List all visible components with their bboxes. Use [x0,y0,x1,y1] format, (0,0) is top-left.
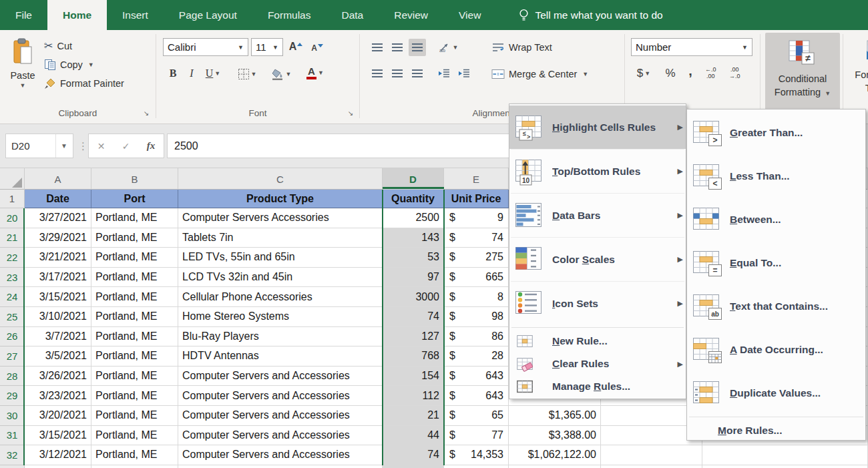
cell-B26[interactable]: Portland, ME [91,327,178,347]
cell-D28[interactable]: 154 [383,367,444,387]
clipboard-dialog-launcher[interactable]: ↘ [142,108,151,118]
row-header-24[interactable]: 24 [0,287,25,307]
tab-home[interactable]: Home [47,0,107,30]
cell-D31[interactable]: 44 [383,426,444,446]
menu-item-greater-than[interactable]: >Greater Than... [687,111,865,154]
menu-item-equal-to[interactable]: =Equal To... [687,241,865,284]
menu-item-manage-rules[interactable]: Manage Rules... [509,375,686,398]
cell-E30[interactable]: $65 [444,406,509,426]
row-header-21[interactable]: 21 [0,228,25,248]
cell-G32[interactable] [601,445,702,465]
row-header-32[interactable]: 32 [0,445,25,465]
column-header-C[interactable]: C [178,168,383,190]
cell-E1[interactable]: Unit Price [444,190,509,208]
enter-icon[interactable]: ✓ [122,141,130,152]
cell-C23[interactable]: LCD TVs 32in and 45in [178,268,383,288]
font-color-button[interactable]: A ▼ [302,64,329,81]
menu-item-text-that-contains[interactable]: abText that Contains... [687,284,865,328]
cell-C29[interactable]: Computer Servers and Accessories [178,386,383,406]
comma-style-button[interactable]: , [682,62,699,79]
tab-page-layout[interactable]: Page Layout [164,0,252,30]
copy-button[interactable]: Copy ▼ [44,57,94,73]
row-header-33[interactable] [0,465,25,468]
cell-D21[interactable]: 143 [383,228,444,248]
font-name-combo[interactable]: Calibri▼ [163,38,248,56]
menu-item-between[interactable]: Between... [687,198,865,241]
cell-C33[interactable] [178,465,383,468]
cell-C25[interactable]: Home Stereo Systems [178,307,383,327]
cell-C20[interactable]: Computer Servers Accessories [178,208,383,228]
cell-A26[interactable]: 3/7/2021 [25,327,91,347]
cell-E29[interactable]: $643 [444,386,509,406]
italic-button[interactable]: I [183,65,200,82]
increase-decimal-button[interactable]: ←.0.00 [703,64,718,83]
cell-C26[interactable]: Blu-Ray Players [178,327,383,347]
cell-A29[interactable]: 3/23/2021 [25,386,91,406]
row-header-23[interactable]: 23 [0,268,25,288]
top-align-button[interactable] [369,39,386,56]
menu-item-clear-rules[interactable]: Clear Rules▶ [509,353,686,375]
menu-item-a-date-occurring[interactable]: A Date Occurring... [687,328,865,371]
row-header-20[interactable]: 20 [0,208,25,228]
cell-B28[interactable]: Portland, ME [91,367,178,387]
cell-E27[interactable]: $28 [444,346,509,367]
accounting-format-button[interactable]: $▼ [631,65,656,82]
formula-bar-resize-handle[interactable]: ⋮ [78,134,87,158]
cell-D1[interactable]: Quantity [383,190,444,208]
borders-button[interactable]: ▼ [234,65,260,83]
increase-font-size-button[interactable]: A [287,38,304,55]
decrease-font-size-button[interactable]: A [308,39,326,57]
merge-center-button[interactable]: Merge & Center ▼ [491,66,588,82]
cell-E25[interactable]: $98 [444,307,509,327]
cell-C32[interactable]: Computer Servers and Accessories [178,445,383,465]
cell-E22[interactable]: $275 [444,248,509,268]
cell-F32[interactable]: $1,062,122.00 [509,445,601,465]
cell-B32[interactable]: Portland, ME [91,445,178,465]
row-header-27[interactable]: 27 [0,346,25,367]
cut-button[interactable]: ✂ Cut [44,38,72,54]
cell-C24[interactable]: Cellular Phone Accessories [178,287,383,307]
decrease-indent-button[interactable] [435,65,453,82]
cell-B29[interactable]: Portland, ME [91,386,178,406]
menu-item-less-than[interactable]: <Less Than... [687,154,865,198]
cell-D32[interactable]: 74 [383,445,444,465]
decrease-decimal-button[interactable]: .00→.0 [727,64,742,83]
cell-E32[interactable]: $14,353 [444,445,509,465]
cell-D30[interactable]: 21 [383,406,444,426]
cell-A33[interactable] [25,465,91,468]
menu-item-top-bottom-rules[interactable]: 10Top/Bottom Rules▶ [509,150,686,193]
cell-C30[interactable]: Computer Servers and Accessories [178,406,383,426]
cancel-icon[interactable]: ✕ [97,141,105,152]
cell-E21[interactable]: $74 [444,228,509,248]
menu-item-data-bars[interactable]: Data Bars▶ [509,194,686,237]
insert-function-icon[interactable]: fx [147,140,156,152]
cell-F30[interactable]: $1,365.00 [509,406,601,426]
cell-D27[interactable]: 768 [383,346,444,367]
row-header-25[interactable]: 25 [0,307,25,327]
menu-item-color-scales[interactable]: Color Scales▶ [509,238,686,281]
cell-A24[interactable]: 3/15/2021 [25,287,91,307]
bottom-align-button[interactable] [409,39,426,56]
cell-A21[interactable]: 3/29/2021 [25,228,91,248]
name-box[interactable]: D20 ▼ [5,134,73,158]
cell-C1[interactable]: Product Type [178,190,383,208]
align-left-button[interactable] [369,65,386,82]
cell-E20[interactable]: $9 [444,208,509,228]
row-header-28[interactable]: 28 [0,367,25,387]
cell-B24[interactable]: Portland, ME [91,287,178,307]
menu-item-new-rule[interactable]: New Rule... [509,330,686,353]
cell-C27[interactable]: HDTV Antennas [178,346,383,367]
cell-C28[interactable]: Computer Servers and Accessories [178,367,383,387]
row-header-26[interactable]: 26 [0,327,25,347]
percent-style-button[interactable]: % [662,65,679,82]
tab-formulas[interactable]: Formulas [252,0,327,30]
menu-item-highlight-cells-rules[interactable]: ≤>Highlight Cells Rules▶ [509,105,686,149]
cell-D25[interactable]: 74 [383,307,444,327]
underline-button[interactable]: U▼ [200,65,226,82]
font-size-combo[interactable]: 11▼ [251,38,283,56]
row-header-1[interactable]: 1 [0,190,25,208]
cell-D23[interactable]: 97 [383,268,444,288]
cell-D20[interactable]: 2500 [383,208,444,228]
cell-D24[interactable]: 3000 [383,287,444,307]
tab-view[interactable]: View [443,0,496,30]
